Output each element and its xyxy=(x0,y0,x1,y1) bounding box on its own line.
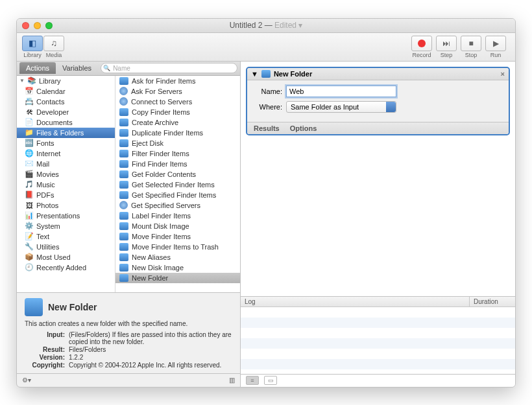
gear-icon[interactable]: ⚙︎▾ xyxy=(22,376,31,384)
run-button[interactable]: ▶ xyxy=(485,36,506,51)
minimize-window-button[interactable] xyxy=(34,22,41,29)
log-column-header[interactable]: Log xyxy=(241,297,470,307)
folder-icon xyxy=(119,181,128,189)
sidebar-item[interactable]: 📦Most Used xyxy=(17,252,115,262)
sidebar-item[interactable]: ⚙️System xyxy=(17,221,115,231)
window-title: Untitled 2 — Edited ▾ xyxy=(17,21,515,30)
folder-icon xyxy=(261,70,271,78)
tab-variables[interactable]: Variables xyxy=(56,62,98,74)
titlebar: Untitled 2 — Edited ▾ xyxy=(17,19,515,33)
category-icon: ⚙️ xyxy=(25,222,34,231)
action-item[interactable]: Label Finder Items xyxy=(115,211,240,221)
media-view-button[interactable]: ♫ xyxy=(43,36,64,51)
search-input[interactable]: Name xyxy=(101,63,237,73)
columns-icon[interactable]: ▥ xyxy=(229,376,235,384)
action-item[interactable]: New Aliases xyxy=(115,252,240,262)
results-tab[interactable]: Results xyxy=(254,124,280,132)
folder-icon xyxy=(119,139,128,147)
record-button[interactable] xyxy=(411,36,432,51)
action-item[interactable]: Move Finder Items to Trash xyxy=(115,242,240,252)
action-item[interactable]: Get Folder Contents xyxy=(115,169,240,179)
step-button[interactable]: ⏭ xyxy=(436,36,457,51)
sidebar-item[interactable]: 📝Text xyxy=(17,231,115,242)
sidebar-item[interactable]: 🎵Music xyxy=(17,179,115,190)
folder-icon xyxy=(119,77,128,85)
library-view-button[interactable]: ◧ xyxy=(22,36,43,51)
folder-icon xyxy=(119,253,128,261)
folder-name-input[interactable] xyxy=(286,86,396,97)
info-footer: ⚙︎▾ ▥ xyxy=(17,374,240,387)
sidebar-item[interactable]: 🎬Movies xyxy=(17,169,115,179)
action-item[interactable]: Eject Disk xyxy=(115,138,240,148)
category-sidebar: ▼📚Library 📅Calendar📇Contacts🛠Developer📄D… xyxy=(17,76,115,292)
tab-actions[interactable]: Actions xyxy=(19,62,56,74)
action-item[interactable]: Connect to Servers xyxy=(115,97,240,107)
category-icon: ✉️ xyxy=(25,159,34,168)
sidebar-item[interactable]: 🕘Recently Added xyxy=(17,262,115,273)
category-icon: 📄 xyxy=(25,118,34,127)
sidebar-item[interactable]: 📇Contacts xyxy=(17,97,115,107)
zoom-window-button[interactable] xyxy=(45,22,53,29)
sidebar-item[interactable]: 🌐Internet xyxy=(17,148,115,159)
action-item[interactable]: Create Archive xyxy=(115,117,240,128)
workflow-action-new-folder[interactable]: ▼ New Folder × Name: Where: Same Folder … xyxy=(246,67,510,135)
where-label: Where: xyxy=(254,103,282,111)
action-item[interactable]: New Folder xyxy=(115,273,240,283)
disclosure-icon[interactable]: ▼ xyxy=(251,70,258,78)
server-icon xyxy=(119,97,128,106)
detail-view-button[interactable]: ▭ xyxy=(264,376,277,385)
close-window-button[interactable] xyxy=(22,22,29,29)
sidebar-item[interactable]: 🛠Developer xyxy=(17,107,115,117)
sidebar-icon: ◧ xyxy=(29,38,36,48)
sidebar-item[interactable]: 🔤Fonts xyxy=(17,138,115,148)
duration-column-header[interactable]: Duration xyxy=(470,297,515,307)
library-label: Library xyxy=(22,52,43,58)
folder-icon xyxy=(119,129,128,137)
workflow-action-header[interactable]: ▼ New Folder × xyxy=(247,68,509,80)
folder-icon xyxy=(119,274,128,282)
action-item[interactable]: Copy Finder Items xyxy=(115,107,240,117)
sidebar-item[interactable]: 📕PDFs xyxy=(17,190,115,200)
action-item[interactable]: New Disk Image xyxy=(115,262,240,273)
window: Untitled 2 — Edited ▾ ◧ ♫ Library Media … xyxy=(16,18,516,388)
step-icon: ⏭ xyxy=(442,39,450,48)
sidebar-item[interactable]: 🔧Utilities xyxy=(17,242,115,252)
search-placeholder: Name xyxy=(113,65,130,72)
sidebar-item[interactable]: ✉️Mail xyxy=(17,159,115,169)
list-view-button[interactable]: ≡ xyxy=(246,376,259,385)
music-icon: ♫ xyxy=(51,38,57,48)
action-item[interactable]: Find Finder Items xyxy=(115,159,240,169)
sidebar-item[interactable]: 📄Documents xyxy=(17,117,115,128)
action-item[interactable]: Filter Finder Items xyxy=(115,148,240,159)
sidebar-item[interactable]: 🖼Photos xyxy=(17,200,115,211)
action-item[interactable]: Mount Disk Image xyxy=(115,221,240,231)
action-item[interactable]: Get Selected Finder Items xyxy=(115,179,240,190)
category-icon: 📇 xyxy=(25,97,34,106)
action-item[interactable]: Move Finder Items xyxy=(115,231,240,242)
where-select[interactable]: Same Folder as Input xyxy=(286,101,396,113)
toolbar: ◧ ♫ Library Media Record ⏭Step ■Stop ▶Ru… xyxy=(17,33,515,62)
options-tab[interactable]: Options xyxy=(290,124,317,132)
category-icon: 🖼 xyxy=(25,201,34,210)
sidebar-item[interactable]: 📊Presentations xyxy=(17,211,115,221)
action-item[interactable]: Duplicate Finder Items xyxy=(115,128,240,138)
close-icon[interactable]: × xyxy=(501,70,505,78)
chevron-down-icon[interactable]: ▾ xyxy=(298,21,302,30)
action-item[interactable]: Ask for Finder Items xyxy=(115,76,240,86)
folder-icon xyxy=(119,119,128,126)
sidebar-item[interactable]: 📁Files & Folders xyxy=(17,128,115,138)
sidebar-root[interactable]: ▼📚Library xyxy=(17,76,115,86)
log-rows xyxy=(241,307,515,374)
folder-icon xyxy=(119,108,128,116)
folder-icon xyxy=(119,191,128,199)
workflow-canvas[interactable]: ▼ New Folder × Name: Where: Same Folder … xyxy=(241,62,515,296)
action-item[interactable]: Ask For Servers xyxy=(115,86,240,97)
folder-icon xyxy=(119,170,128,178)
sidebar-item[interactable]: 📅Calendar xyxy=(17,86,115,97)
folder-icon xyxy=(119,243,128,251)
action-item[interactable]: Get Specified Servers xyxy=(115,200,240,211)
stop-button[interactable]: ■ xyxy=(461,36,481,51)
action-info-icon xyxy=(25,298,43,316)
folder-icon xyxy=(119,264,128,272)
action-item[interactable]: Get Specified Finder Items xyxy=(115,190,240,200)
